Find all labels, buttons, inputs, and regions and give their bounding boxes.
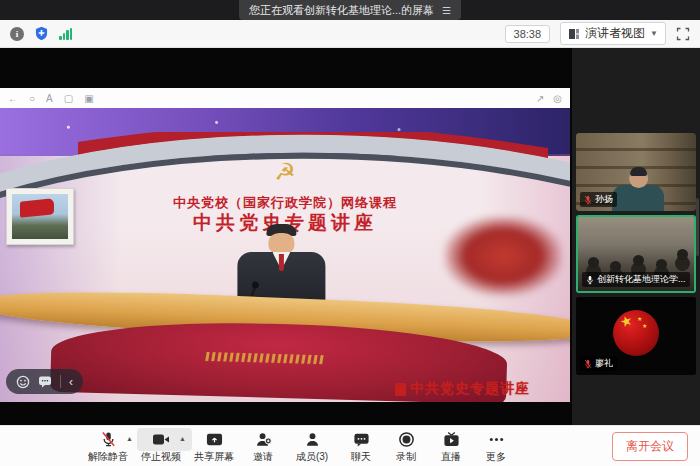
mic-muted-icon (584, 359, 592, 369)
record-icon (398, 431, 415, 448)
shared-toolbar-right-icons: ↗ ◎ (536, 93, 562, 104)
mic-options-caret[interactable]: ▲ (126, 435, 133, 442)
party-emblem-icon: ☭ (0, 160, 570, 184)
font-icon[interactable]: A (46, 93, 53, 104)
live-icon (443, 431, 460, 448)
live-button[interactable]: 直播 (433, 428, 469, 464)
record-button[interactable]: 录制 (388, 428, 424, 464)
bottom-toolbar: 解除静音 ▲ 停止视频 ▲ (0, 425, 700, 466)
flag-star-icon: ★ (637, 315, 642, 322)
toolbar-buttons: 解除静音 ▲ 停止视频 ▲ (86, 428, 514, 464)
members-button[interactable]: 成员(3) (290, 428, 334, 464)
meeting-timer: 38:38 (505, 25, 551, 43)
view-mode-label: 演讲者视图 (585, 25, 645, 42)
participant-2-name-tag: 创新转化基地理论学... (582, 272, 690, 287)
participant-3-name-tag: 廖礼 (580, 356, 617, 371)
titlebar: 您正在观看创新转化基地理论...的屏幕 ☰ (0, 0, 700, 20)
participant-name: 孙扬 (595, 193, 613, 206)
view-mode-button[interactable]: 演讲者视图 ▼ (560, 22, 666, 45)
grid-icon[interactable]: ▣ (84, 93, 93, 104)
main-area: ← ○ A ▢ ▣ ↗ ◎ (0, 48, 700, 425)
more-icon (488, 431, 505, 448)
settings-icon[interactable]: ◎ (553, 93, 562, 104)
watermark-text: 中共党史专题讲座 (410, 380, 530, 398)
video-watermark: 中共党史专题讲座 (395, 380, 530, 398)
lecture-video[interactable]: ☭ 中央党校（国家行政学院）网络课程 中共党史专题讲座 (0, 108, 570, 402)
participant-name: 廖礼 (595, 357, 613, 370)
layout-icon (568, 28, 580, 40)
button-label: 邀请 (253, 450, 273, 464)
stop-video-button[interactable]: 停止视频 ▲ (139, 428, 183, 464)
emoji-icon[interactable] (16, 375, 30, 389)
mic-muted-icon (584, 195, 592, 205)
shield-icon[interactable] (34, 26, 49, 41)
camera-icon (152, 431, 170, 448)
members-icon (304, 431, 321, 448)
network-signal-icon[interactable] (59, 28, 72, 40)
flag-star-icon: ★ (618, 311, 635, 330)
watermark-seal-icon (395, 383, 406, 396)
top-toolbar-right: 38:38 演讲者视图 ▼ (505, 22, 690, 45)
meeting-window: 您正在观看创新转化基地理论...的屏幕 ☰ i 38:38 演 (0, 0, 700, 466)
background-red-artwork (444, 216, 562, 296)
watching-banner[interactable]: 您正在观看创新转化基地理论...的屏幕 ☰ (239, 0, 461, 20)
button-label: 聊天 (351, 450, 371, 464)
video-options-caret[interactable]: ▲ (179, 435, 186, 442)
fullscreen-icon[interactable] (676, 27, 690, 41)
share-screen-icon (206, 431, 223, 448)
avatar: ★ ★ ★ (613, 310, 659, 356)
participant-1-name-tag: 孙扬 (580, 192, 617, 207)
desk-gold-lettering (205, 352, 324, 364)
mic-off-icon (100, 431, 117, 448)
shared-app-toolbar: ← ○ A ▢ ▣ ↗ ◎ (0, 88, 570, 108)
top-toolbar-left: i (10, 26, 72, 41)
shared-screen-stage: ← ○ A ▢ ▣ ↗ ◎ (0, 48, 572, 425)
chat-icon (353, 431, 370, 448)
participant-tile-1[interactable]: 孙扬 (576, 133, 696, 211)
watching-banner-text: 您正在观看创新转化基地理论...的屏幕 (249, 0, 434, 20)
participant-tile-2-active-speaker[interactable]: 创新转化基地理论学... (576, 215, 696, 293)
button-label: 更多 (486, 450, 506, 464)
info-icon[interactable]: i (10, 27, 24, 41)
refresh-icon[interactable]: ○ (29, 93, 35, 104)
reaction-toolbar[interactable]: ‹ (6, 369, 83, 394)
leave-meeting-button[interactable]: 离开会议 (612, 432, 688, 461)
top-toolbar: i 38:38 演讲者视图 ▼ (0, 20, 700, 48)
participant-1-silhouette (612, 169, 664, 211)
shared-toolbar-left-icons: ← ○ A ▢ ▣ (8, 93, 94, 104)
wall-picture-flag (6, 188, 74, 245)
button-label: 直播 (441, 450, 461, 464)
collapse-chevron-icon[interactable]: ‹ (69, 376, 73, 388)
window-icon[interactable]: ▢ (64, 93, 73, 104)
divider (60, 375, 61, 388)
share-screen-button[interactable]: 共享屏幕 (192, 428, 236, 464)
invite-button[interactable]: 邀请 (245, 428, 281, 464)
invite-icon (255, 431, 272, 448)
shared-content: ← ○ A ▢ ▣ ↗ ◎ (0, 88, 570, 402)
button-label: 解除静音 (88, 450, 128, 464)
back-icon[interactable]: ← (8, 93, 18, 104)
expand-icon[interactable]: ↗ (536, 93, 544, 104)
participants-sidebar: 孙扬 创新转化基地理论学... (572, 48, 700, 425)
chat-bubble-icon[interactable] (38, 375, 52, 388)
more-button[interactable]: 更多 (478, 428, 514, 464)
button-label: 录制 (396, 450, 416, 464)
participant-tile-3[interactable]: ★ ★ ★ 廖礼 (576, 297, 696, 375)
chat-button[interactable]: 聊天 (343, 428, 379, 464)
chevron-down-icon: ▼ (650, 29, 658, 38)
participant-name: 创新转化基地理论学... (597, 273, 686, 286)
button-label: 共享屏幕 (194, 450, 234, 464)
button-label: 成员(3) (296, 450, 328, 464)
button-label: 停止视频 (141, 450, 181, 464)
sidebar-scrollbar[interactable] (696, 198, 699, 256)
mic-on-icon (586, 275, 594, 285)
banner-menu-icon[interactable]: ☰ (442, 5, 451, 16)
unmute-button[interactable]: 解除静音 ▲ (86, 428, 130, 464)
flag-star-icon: ★ (642, 322, 647, 329)
